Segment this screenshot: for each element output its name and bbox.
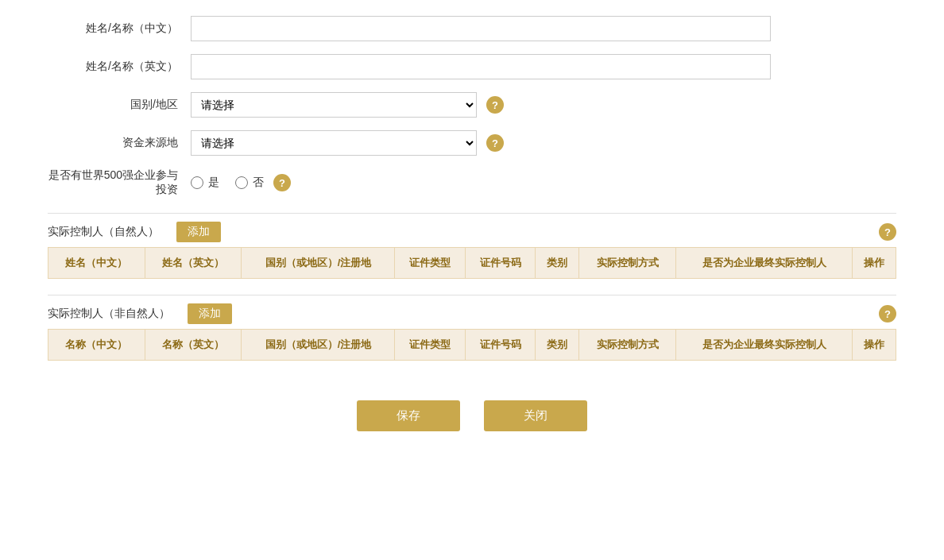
close-button[interactable]: 关闭 — [484, 400, 587, 431]
radio-no-input[interactable] — [235, 176, 248, 189]
np-col-cert-type: 证件类型 — [395, 248, 465, 279]
country-select[interactable]: 请选择 — [191, 92, 477, 118]
np-col-category: 类别 — [536, 248, 579, 279]
np-col-country: 国别（或地区）/注册地 — [242, 248, 395, 279]
radio-yes[interactable]: 是 — [191, 176, 219, 190]
fund-source-help-icon[interactable]: ? — [486, 134, 504, 152]
non-natural-person-header-row: 名称（中文） 名称（英文） 国别（或地区）/注册地 证件类型 证件号码 类别 实… — [48, 330, 896, 361]
np-col-action: 操作 — [852, 248, 896, 279]
radio-yes-input[interactable] — [191, 176, 203, 189]
radio-no[interactable]: 否 — [235, 176, 264, 190]
fortune500-help-icon[interactable]: ? — [273, 174, 291, 191]
np-col-cert-num: 证件号码 — [465, 248, 535, 279]
save-button[interactable]: 保存 — [357, 400, 460, 431]
name-cn-label: 姓名/名称（中文） — [48, 21, 191, 36]
non-natural-person-section-header: 实际控制人（非自然人） 添加 ? — [48, 303, 896, 324]
nnp-col-category: 类别 — [536, 330, 579, 361]
fund-source-label: 资金来源地 — [48, 136, 191, 150]
fortune500-label: 是否有世界500强企业参与投资 — [48, 168, 191, 197]
nnp-col-country: 国别（或地区）/注册地 — [242, 330, 395, 361]
country-help-icon[interactable]: ? — [486, 96, 504, 114]
nnp-col-name-en: 名称（英文） — [145, 330, 242, 361]
np-col-control-method: 实际控制方式 — [579, 248, 676, 279]
natural-person-add-button[interactable]: 添加 — [176, 222, 221, 242]
bottom-buttons: 保存 关闭 — [48, 400, 896, 455]
name-en-label: 姓名/名称（英文） — [48, 60, 191, 74]
divider-2 — [48, 295, 896, 295]
non-natural-person-title: 实际控制人（非自然人） — [48, 307, 170, 321]
natural-person-header-row: 姓名（中文） 姓名（英文） 国别（或地区）/注册地 证件类型 证件号码 类别 实… — [48, 248, 896, 279]
fortune500-radio-group: 是 否 — [191, 176, 264, 190]
np-col-name-en: 姓名（英文） — [145, 248, 242, 279]
natural-person-section-header: 实际控制人（自然人） 添加 ? — [48, 222, 896, 242]
radio-no-label: 否 — [253, 176, 264, 190]
country-label: 国别/地区 — [48, 98, 191, 112]
non-natural-person-help-icon[interactable]: ? — [879, 305, 896, 322]
nnp-col-action: 操作 — [852, 330, 896, 361]
divider-1 — [48, 213, 896, 214]
non-natural-person-table: 名称（中文） 名称（英文） 国别（或地区）/注册地 证件类型 证件号码 类别 实… — [48, 329, 896, 361]
nnp-col-cert-type: 证件类型 — [395, 330, 465, 361]
name-en-input[interactable] — [191, 54, 771, 79]
nnp-col-cert-num: 证件号码 — [465, 330, 535, 361]
np-col-name-cn: 姓名（中文） — [48, 248, 145, 279]
name-cn-input[interactable] — [191, 16, 771, 41]
natural-person-help-icon[interactable]: ? — [879, 223, 896, 241]
nnp-col-name-cn: 名称（中文） — [48, 330, 145, 361]
nnp-col-control-method: 实际控制方式 — [579, 330, 676, 361]
natural-person-table: 姓名（中文） 姓名（英文） 国别（或地区）/注册地 证件类型 证件号码 类别 实… — [48, 247, 896, 279]
natural-person-title: 实际控制人（自然人） — [48, 225, 159, 239]
nnp-col-is-final: 是否为企业最终实际控制人 — [676, 330, 853, 361]
fund-source-select[interactable]: 请选择 — [191, 130, 477, 156]
np-col-is-final: 是否为企业最终实际控制人 — [676, 248, 853, 279]
radio-yes-label: 是 — [208, 176, 219, 190]
non-natural-person-add-button[interactable]: 添加 — [188, 303, 232, 324]
